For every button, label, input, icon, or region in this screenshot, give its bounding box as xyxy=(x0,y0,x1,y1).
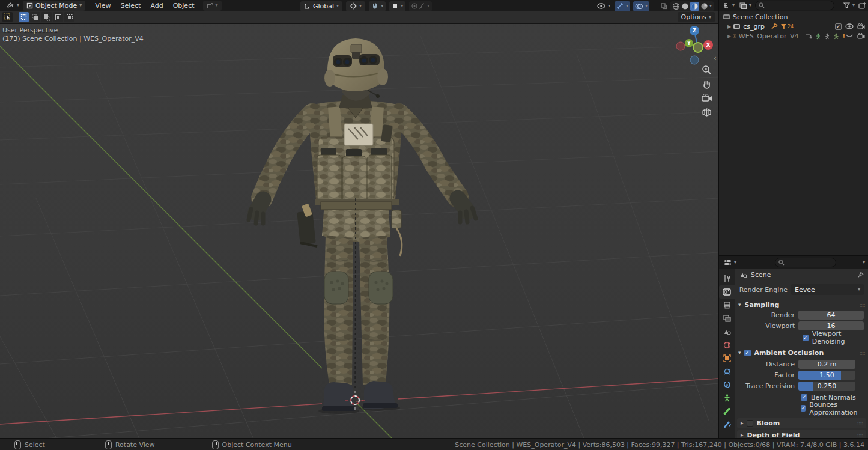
panel-grip[interactable]: :::: xyxy=(857,420,863,427)
properties-search-input[interactable] xyxy=(775,258,836,267)
bent-normals-checkbox[interactable]: ✓ xyxy=(801,394,807,401)
status-context-hint: Object Context Menu xyxy=(222,441,292,449)
ao-trace-slider[interactable]: 0.250 xyxy=(798,382,855,391)
falloff-dropdown[interactable]: ▾ xyxy=(409,1,432,11)
tab-world[interactable] xyxy=(719,338,735,351)
header-extra-dropdown[interactable]: ▾ xyxy=(203,1,222,11)
viewport-nav-buttons xyxy=(702,65,712,117)
gizmo-y-axis[interactable]: Y xyxy=(685,39,693,47)
expand-arrow-icon[interactable]: ▶ xyxy=(727,34,731,39)
render-samples-field[interactable]: 64 xyxy=(798,311,864,320)
right-arm xyxy=(399,114,458,197)
bloom-checkbox[interactable] xyxy=(747,420,753,427)
active-tool-button[interactable] xyxy=(2,12,13,22)
gizmo-z-axis[interactable]: Z xyxy=(690,26,699,35)
select-mode-extend-button[interactable] xyxy=(30,12,40,22)
outliner-filter-dropdown[interactable]: ▾ xyxy=(842,1,856,11)
ao-distance-label: Distance xyxy=(735,360,795,368)
viewport-canvas[interactable]: User Perspective (173) Scene Collection … xyxy=(0,11,718,438)
outliner-editor-type-button[interactable]: ▾ xyxy=(721,1,736,11)
shading-rendered-icon[interactable] xyxy=(700,2,708,10)
outliner-row-scene-collection[interactable]: Scene Collection xyxy=(719,12,868,22)
sidebar-toggle-icon[interactable]: ‹ xyxy=(714,54,717,62)
tab-object[interactable] xyxy=(719,351,735,365)
tab-output[interactable] xyxy=(719,299,735,312)
properties-editor-icon xyxy=(724,259,732,266)
tab-tool[interactable] xyxy=(719,272,735,285)
grid-ortho-icon[interactable] xyxy=(702,107,712,117)
select-mode-subtract-button[interactable] xyxy=(41,12,52,22)
shading-material-button[interactable] xyxy=(690,2,699,11)
orientation-dropdown[interactable]: Global▾ xyxy=(300,1,342,11)
outliner-search-input[interactable] xyxy=(755,1,834,10)
properties-tab-column xyxy=(719,269,735,439)
bloom-panel-header[interactable]: ▸ Bloom :::: xyxy=(737,418,866,428)
tab-render[interactable] xyxy=(719,285,735,299)
ao-factor-slider[interactable]: 1.50 xyxy=(798,371,855,380)
properties-editor-type-button[interactable]: ▾ xyxy=(723,257,738,267)
outliner-display-mode-dropdown[interactable]: ▾ xyxy=(738,1,753,11)
tab-bone-constraints[interactable] xyxy=(719,418,735,431)
gizmos-toggle[interactable]: ▾ xyxy=(615,1,630,11)
select-mode-intersect-button[interactable] xyxy=(64,12,74,22)
mag-pouch xyxy=(342,156,366,205)
select-mode-invert-button[interactable] xyxy=(53,12,63,22)
outliner-row-wes-operator[interactable]: ▶ WES_Operator_V4 ! xyxy=(719,31,868,41)
tab-view-layer[interactable] xyxy=(719,312,735,325)
tab-scene[interactable] xyxy=(719,325,735,338)
navigation-gizmo[interactable]: Z X Y xyxy=(674,25,722,71)
ao-checkbox[interactable]: ✓ xyxy=(744,350,751,356)
expand-arrow-icon[interactable]: ▶ xyxy=(727,24,731,29)
zoom-icon[interactable] xyxy=(702,65,712,75)
pivot-dropdown[interactable]: ▾ xyxy=(346,1,365,11)
options-dropdown[interactable]: Options▾ xyxy=(678,12,715,22)
pin-icon[interactable] xyxy=(857,272,864,278)
select-mode-set-button[interactable] xyxy=(19,12,29,22)
gizmo-x-axis[interactable]: X xyxy=(703,40,713,50)
tab-constraints[interactable] xyxy=(719,378,735,391)
render-engine-dropdown[interactable]: Eevee▾ xyxy=(791,284,864,295)
menu-view[interactable]: View xyxy=(90,2,115,10)
overlays-toggle[interactable]: ▾ xyxy=(633,1,649,11)
selectability-checkbox[interactable]: ✓ xyxy=(835,23,842,30)
pan-hand-icon[interactable] xyxy=(702,79,712,90)
outliner-row-cs-grp[interactable]: ▶ cs_grp 24 ✓ xyxy=(719,22,868,31)
shading-material-icon xyxy=(691,2,699,10)
camera-restrict-icon[interactable] xyxy=(857,33,865,40)
camera-view-icon[interactable] xyxy=(702,94,712,103)
editor-type-button[interactable]: ▾ xyxy=(2,1,23,11)
new-collection-icon[interactable] xyxy=(858,2,866,9)
ao-distance-field[interactable]: 0.2 m xyxy=(798,360,855,369)
dof-panel-header[interactable]: ▸ Depth of Field :::: xyxy=(737,430,866,439)
eye-icon[interactable] xyxy=(845,23,854,29)
menu-select[interactable]: Select xyxy=(115,2,145,10)
snap-toggle[interactable]: ▾ xyxy=(369,1,386,11)
viewport-denoising-checkbox[interactable]: ✓ xyxy=(803,335,809,341)
panel-grip[interactable]: :::: xyxy=(860,302,865,308)
render-samples-label: Render xyxy=(735,311,795,319)
proportional-editing-toggle[interactable]: ▾ xyxy=(389,1,405,11)
mode-dropdown[interactable]: Object Mode ▾ xyxy=(23,1,85,11)
eye-closed-icon[interactable] xyxy=(845,33,854,39)
tab-physics[interactable] xyxy=(719,365,735,378)
show-visibility-dropdown[interactable]: ▾ xyxy=(596,1,612,11)
shading-wireframe-icon[interactable] xyxy=(672,2,680,10)
menu-object[interactable]: Object xyxy=(168,2,199,10)
shading-solid-icon[interactable] xyxy=(681,2,689,10)
viewport-samples-field[interactable]: 16 xyxy=(798,321,864,330)
xray-toggle-icon[interactable] xyxy=(660,2,667,10)
camera-restrict-icon[interactable] xyxy=(857,23,865,30)
tab-bone[interactable] xyxy=(719,404,735,418)
ao-panel-header[interactable]: ▾ ✓ Ambient Occlusion :::: xyxy=(735,347,868,358)
bounces-approx-checkbox[interactable]: ✓ xyxy=(801,405,806,412)
soldier-model xyxy=(249,38,476,414)
panel-grip[interactable]: :::: xyxy=(860,350,865,356)
sampling-panel-header[interactable]: ▾ Sampling :::: xyxy=(735,299,868,310)
menu-add[interactable]: Add xyxy=(145,2,168,10)
shading-dropdown[interactable]: ▾ xyxy=(709,4,712,8)
properties-options-dropdown[interactable]: ▾ xyxy=(863,260,865,265)
gizmo-neg-x xyxy=(676,42,685,50)
proportional-icon xyxy=(392,3,398,10)
search-icon xyxy=(778,260,785,266)
tab-object-data[interactable] xyxy=(719,391,735,404)
